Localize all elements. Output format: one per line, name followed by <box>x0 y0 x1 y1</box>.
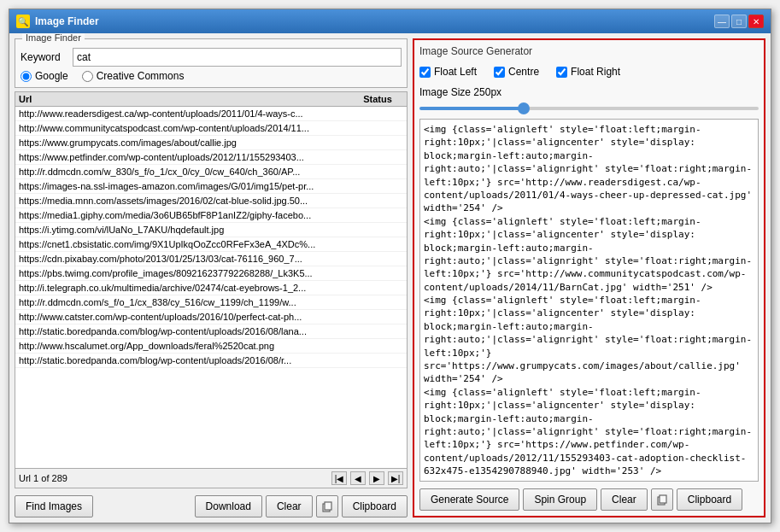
url-cell: https://cdn.pixabay.com/photo/2013/01/25… <box>19 254 352 264</box>
centre-label[interactable]: Centre <box>494 66 539 78</box>
url-cell: http://static.boredpanda.com/blog/wp-con… <box>19 326 352 336</box>
table-row[interactable]: https://cnet1.cbsistatic.com/img/9X1UpIk… <box>15 237 407 252</box>
centre-checkbox[interactable] <box>494 67 505 78</box>
table-row[interactable]: http://www.communitycatspodcast.com/wp-c… <box>15 121 407 136</box>
svg-rect-1 <box>325 502 331 510</box>
app-icon: 🔍 <box>16 15 30 28</box>
keyword-row: Keyword <box>21 48 402 67</box>
url-cell: http://static.boredpanda.com/blog/wp-con… <box>19 355 352 365</box>
nav-last-button[interactable]: ▶| <box>388 471 403 485</box>
table-row[interactable]: https://pbs.twimg.com/profile_images/809… <box>15 266 407 281</box>
title-bar: 🔍 Image Finder — □ ✕ <box>9 9 771 33</box>
url-cell: https://media1.giphy.com/media/3o6UB65bf… <box>19 210 352 220</box>
copy-icon <box>321 500 333 512</box>
svg-rect-3 <box>660 495 666 503</box>
url-cell: https://media.mnn.com/assets/images/2016… <box>19 196 352 206</box>
right-copy-icon <box>656 494 668 506</box>
radio-google[interactable] <box>21 71 32 82</box>
main-window: 🔍 Image Finder — □ ✕ Image Finder Keywor… <box>9 9 771 523</box>
close-button[interactable]: ✕ <box>748 15 764 28</box>
right-panel: Image Source Generator Float Left Centre… <box>413 38 765 517</box>
table-row[interactable]: http://static.boredpanda.com/blog/wp-con… <box>15 354 407 368</box>
url-cell: https://images-na.ssl-images-amazon.com/… <box>19 181 352 191</box>
table-row[interactable]: https://i.ytimg.com/vi/lUaNo_L7AKU/hqdef… <box>15 223 407 237</box>
float-right-checkbox[interactable] <box>556 67 567 78</box>
url-list[interactable]: http://www.readersdigest.ca/wp-content/u… <box>15 107 407 468</box>
table-row[interactable]: http://www.hscalumet.org/App_downloads/f… <box>15 339 407 354</box>
url-cell: http://www.communitycatspodcast.com/wp-c… <box>19 123 352 133</box>
keyword-input[interactable] <box>73 48 402 67</box>
col-header-url: Url <box>19 94 352 104</box>
image-finder-group: Image Finder Keyword Google Creative Com… <box>15 38 408 88</box>
radio-cc-label[interactable]: Creative Commons <box>82 70 185 82</box>
title-bar-left: 🔍 Image Finder <box>16 15 99 28</box>
right-copy-icon-button[interactable] <box>651 488 673 511</box>
url-table-container: Url Status http://www.readersdigest.ca/w… <box>15 91 408 488</box>
table-row[interactable]: https://www.grumpycats.com/images/about/… <box>15 136 407 150</box>
maximize-button[interactable]: □ <box>731 15 747 28</box>
slider-row: Image Size 250px <box>419 86 759 98</box>
slider-container <box>419 107 759 110</box>
url-cell: http://www.readersdigest.ca/wp-content/u… <box>19 108 352 119</box>
radio-cc[interactable] <box>82 71 93 82</box>
float-right-text: Float Right <box>571 66 620 78</box>
url-cell: https://www.petfinder.com/wp-content/upl… <box>19 152 352 162</box>
nav-next-button[interactable]: ▶ <box>369 471 384 485</box>
table-row[interactable]: http://i.telegraph.co.uk/multimedia/arch… <box>15 281 407 295</box>
right-clear-button[interactable]: Clear <box>601 488 648 511</box>
nav-text: Url 1 of 289 <box>19 473 67 483</box>
nav-prev-button[interactable]: ◀ <box>350 471 366 485</box>
table-row[interactable]: http://www.readersdigest.ca/wp-content/u… <box>15 107 407 121</box>
source-textarea[interactable] <box>419 119 759 482</box>
nav-first-button[interactable]: |◀ <box>331 471 347 485</box>
window-title: Image Finder <box>35 15 99 27</box>
url-cell: http://i.telegraph.co.uk/multimedia/arch… <box>19 283 352 293</box>
left-copy-icon-button[interactable] <box>316 495 338 517</box>
table-row[interactable]: https://cdn.pixabay.com/photo/2013/01/25… <box>15 252 407 266</box>
table-row[interactable]: https://media1.giphy.com/media/3o6UB65bf… <box>15 208 407 223</box>
download-button[interactable]: Download <box>195 495 262 517</box>
url-cell: https://cnet1.cbsistatic.com/img/9X1UpIk… <box>19 239 352 249</box>
checkboxes-row: Float Left Centre Float Right <box>419 66 759 78</box>
float-right-label[interactable]: Float Right <box>556 66 620 78</box>
url-cell: http://r.ddmcdn.com/s_f/o_1/cx_838/cy_51… <box>19 297 352 307</box>
minimize-button[interactable]: — <box>714 15 730 28</box>
right-section-title: Image Source Generator <box>419 45 759 57</box>
image-size-label: Image Size 250px <box>419 86 501 98</box>
float-left-label[interactable]: Float Left <box>419 66 477 78</box>
left-clear-button[interactable]: Clear <box>266 495 313 517</box>
url-cell: https://pbs.twimg.com/profile_images/809… <box>19 268 352 278</box>
table-row[interactable]: http://static.boredpanda.com/blog/wp-con… <box>15 324 407 339</box>
left-bottom-bar: Find Images Download Clear Clipboard <box>15 492 408 517</box>
group-title: Image Finder <box>22 33 85 43</box>
float-left-text: Float Left <box>434 66 477 78</box>
url-nav: Url 1 of 289 |◀ ◀ ▶ ▶| <box>15 468 407 488</box>
url-cell: https://www.grumpycats.com/images/about/… <box>19 137 352 148</box>
left-panel: Image Finder Keyword Google Creative Com… <box>15 38 408 517</box>
image-size-slider[interactable] <box>419 107 759 110</box>
col-header-status: Status <box>352 94 403 104</box>
right-bottom-bar: Generate Source Spin Group Clear Clipboa… <box>419 487 759 511</box>
spin-group-button[interactable]: Spin Group <box>523 488 597 511</box>
left-clipboard-button[interactable]: Clipboard <box>342 495 408 517</box>
right-clipboard-button[interactable]: Clipboard <box>677 488 742 511</box>
keyword-label: Keyword <box>21 51 67 63</box>
radio-google-text: Google <box>35 70 68 82</box>
table-row[interactable]: http://r.ddmcdn.com/w_830/s_f/o_1/cx_0/c… <box>15 165 407 179</box>
url-cell: http://r.ddmcdn.com/w_830/s_f/o_1/cx_0/c… <box>19 167 352 177</box>
radio-row: Google Creative Commons <box>21 70 402 82</box>
table-row[interactable]: https://media.mnn.com/assets/images/2016… <box>15 194 407 208</box>
url-cell: https://i.ytimg.com/vi/lUaNo_L7AKU/hqdef… <box>19 225 352 235</box>
generate-source-button[interactable]: Generate Source <box>419 488 519 511</box>
radio-google-label[interactable]: Google <box>21 70 68 82</box>
window-content: Image Finder Keyword Google Creative Com… <box>9 33 771 523</box>
table-row[interactable]: https://www.petfinder.com/wp-content/upl… <box>15 150 407 165</box>
table-row[interactable]: https://images-na.ssl-images-amazon.com/… <box>15 179 407 194</box>
radio-cc-text: Creative Commons <box>97 70 185 82</box>
url-cell: http://www.hscalumet.org/App_downloads/f… <box>19 341 352 351</box>
find-images-button[interactable]: Find Images <box>15 495 93 517</box>
float-left-checkbox[interactable] <box>419 67 431 78</box>
table-row[interactable]: http://www.catster.com/wp-content/upload… <box>15 310 407 324</box>
table-row[interactable]: http://r.ddmcdn.com/s_f/o_1/cx_838/cy_51… <box>15 295 407 310</box>
title-buttons: — □ ✕ <box>714 15 764 28</box>
